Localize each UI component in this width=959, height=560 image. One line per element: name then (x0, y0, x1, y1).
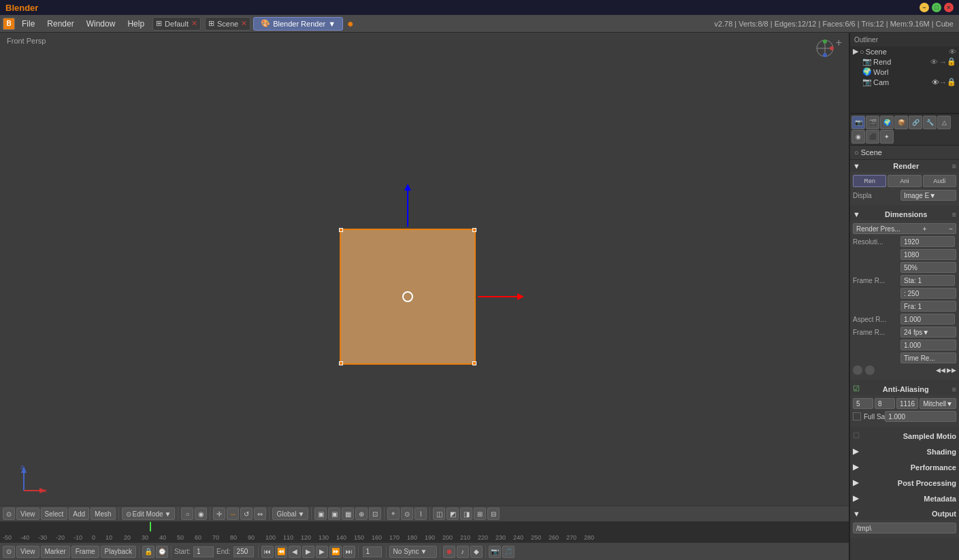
limit-button[interactable]: ◨ (460, 508, 472, 520)
layer-btn-5[interactable]: ⊡ (369, 508, 381, 520)
render-subtab-anim[interactable]: Ani (888, 175, 921, 187)
render-subtab-render[interactable]: Ren (853, 175, 886, 187)
mode-selector[interactable]: ⊙ Edit Mode ▼ (122, 508, 176, 520)
res-x-field[interactable]: 1920 (900, 236, 955, 247)
aa-filter-field[interactable]: Mitchell ▼ (920, 398, 956, 409)
prop-texture-icon[interactable]: ⬛ (866, 130, 879, 144)
aa-val3-field[interactable]: 1116 (896, 398, 918, 409)
mesh-menu-button[interactable]: Mesh (91, 508, 115, 520)
add-menu-button[interactable]: Add (69, 508, 89, 520)
display-field[interactable]: Image E ▼ (900, 190, 956, 201)
shading-header[interactable]: ▶ Shading (850, 445, 959, 458)
dimensions-section-header[interactable]: ▼ Dimensions ≡ (850, 208, 959, 220)
audio-button[interactable]: ♪ (457, 546, 469, 558)
timeline-frame-btn[interactable]: Frame (71, 546, 99, 558)
menu-help[interactable]: Help (122, 18, 150, 30)
rotation-widget[interactable] (815, 38, 835, 59)
proportional-button[interactable]: ⊙ (401, 508, 413, 520)
prop-data-icon[interactable]: △ (937, 116, 951, 129)
aa-val2-field[interactable]: 8 (875, 398, 895, 409)
app-icon-button[interactable]: B (3, 18, 15, 30)
menu-render[interactable]: Render (42, 18, 79, 30)
record-button[interactable]: ⏺ (443, 546, 455, 558)
end-field[interactable]: : 250 (900, 288, 956, 299)
view-menu-button[interactable]: View (16, 508, 39, 520)
res-pct-field[interactable]: 50% (900, 262, 956, 273)
clipping-button[interactable]: ⊞ (474, 508, 486, 520)
frame-rate-field[interactable]: 24 fps ▼ (900, 327, 956, 337)
sta-field[interactable]: Sta: 1 (900, 275, 955, 286)
layer-btn-4[interactable]: ⊕ (355, 508, 368, 520)
prop-constraints-icon[interactable]: 🔗 (909, 116, 922, 129)
sync-mode-selector[interactable]: No Sync ▼ (389, 546, 437, 558)
editor-type-button[interactable]: ⊙ (3, 508, 15, 520)
timeline-editor-icon[interactable]: ⊙ (3, 546, 15, 558)
lock-icon[interactable]: 🔒 (142, 546, 155, 558)
metadata-header[interactable]: ▶ Metadata (850, 492, 959, 505)
output-path-field[interactable]: /tmp\ (853, 523, 956, 533)
res-y-field[interactable]: 1080 (900, 249, 956, 260)
proportional-falloff[interactable]: ⌇ (415, 508, 427, 520)
audio-scrub-button[interactable]: 🎵 (502, 546, 515, 558)
output-header[interactable]: ▼ Output (850, 508, 959, 520)
outliner-item-world[interactable]: 🌍 Worl (850, 67, 959, 77)
fullsa-checkbox[interactable] (853, 412, 861, 421)
layer-btn-1[interactable]: ▣ (314, 508, 327, 520)
jump-start-button[interactable]: ⏮ (261, 546, 274, 558)
next-frame-button[interactable]: ⏩ (329, 546, 342, 558)
outliner-item-camera[interactable]: 📷 Cam 👁 → 🔒 (850, 77, 959, 87)
performance-header[interactable]: ▶ Performance (850, 461, 959, 474)
maximize-button[interactable]: □ (932, 3, 941, 12)
minimize-button[interactable]: − (920, 3, 929, 12)
post-processing-header[interactable]: ▶ Post Processing (850, 476, 959, 489)
layer-btn-2[interactable]: ▣ (328, 508, 340, 520)
camera-bind-button[interactable]: 📷 (489, 546, 501, 558)
cursor-tool-button[interactable]: ✛ (213, 508, 225, 520)
layout-selector[interactable]: ⊞ Default ✕ (152, 17, 201, 31)
sampled-motion-header[interactable]: ☐ Sampled Motio (850, 429, 959, 442)
prop-particle-icon[interactable]: ✦ (880, 130, 894, 144)
shading-material-button[interactable]: ◉ (195, 508, 207, 520)
render-engine-selector[interactable]: 🎨 Blender Render ▼ (253, 17, 343, 31)
keyframe-button[interactable]: ◆ (470, 546, 483, 558)
xray-button[interactable]: ◫ (433, 508, 445, 520)
prop-material-icon[interactable]: ◉ (851, 130, 865, 144)
scene-selector[interactable]: ⊞ Scene ✕ (205, 17, 250, 31)
close-button[interactable]: × (944, 3, 954, 12)
fullsa-val-field[interactable]: 1.000 (885, 411, 956, 422)
render-section-header[interactable]: ▼ Render ≡ (850, 160, 959, 172)
prop-scene-icon[interactable]: 🎬 (866, 116, 879, 129)
global-time-icon[interactable]: ⌚ (156, 546, 168, 558)
time-re-field[interactable]: Time Re... (900, 352, 956, 363)
viewport-3d[interactable]: Front Persp + (0, 33, 850, 560)
outliner-item-scene[interactable]: ▶ ○ Scene 👁 (850, 46, 959, 56)
mirror-button[interactable]: ⊟ (487, 508, 500, 520)
shading-solid-button[interactable]: ○ (181, 508, 193, 520)
timeline-view-btn[interactable]: View (16, 546, 39, 558)
timeline-playback-btn[interactable]: Playback (101, 546, 137, 558)
transform-orientation[interactable]: Global ▼ (272, 508, 308, 520)
layer-btn-3[interactable]: ▦ (342, 508, 354, 520)
prop-modifiers-icon[interactable]: 🔧 (923, 116, 937, 129)
viewport-expand-icon[interactable]: + (836, 37, 842, 49)
play-button[interactable]: ▶ (302, 546, 314, 558)
snap-button[interactable]: ⌖ (387, 508, 400, 520)
scale-tool-button[interactable]: ⇔ (254, 508, 266, 520)
prev-keyframe-button[interactable]: ◀ (289, 546, 301, 558)
start-frame-field[interactable]: 1 (193, 546, 214, 557)
menu-window[interactable]: Window (81, 18, 121, 30)
end-frame-field[interactable]: 250 (233, 546, 254, 557)
rotate-tool-button[interactable]: ↺ (240, 508, 253, 520)
fra-field[interactable]: Fra: 1 (900, 301, 956, 312)
prop-render-icon[interactable]: 📷 (851, 116, 865, 129)
jump-end-button[interactable]: ⏭ (343, 546, 355, 558)
render-subtab-audio[interactable]: Audi (923, 175, 956, 187)
translate-tool-button[interactable]: ↔ (227, 508, 239, 520)
aspect2-field[interactable]: 1.000 (900, 340, 956, 350)
timeline-marker-btn[interactable]: Marker (41, 546, 70, 558)
aa-header[interactable]: ☑ Anti-Aliasing ≡ (850, 382, 959, 395)
prev-frame-button[interactable]: ⏪ (275, 546, 287, 558)
aa-val1-field[interactable]: 5 (853, 398, 873, 409)
current-frame-field[interactable]: 1 (363, 546, 382, 557)
menu-file[interactable]: File (16, 18, 40, 30)
